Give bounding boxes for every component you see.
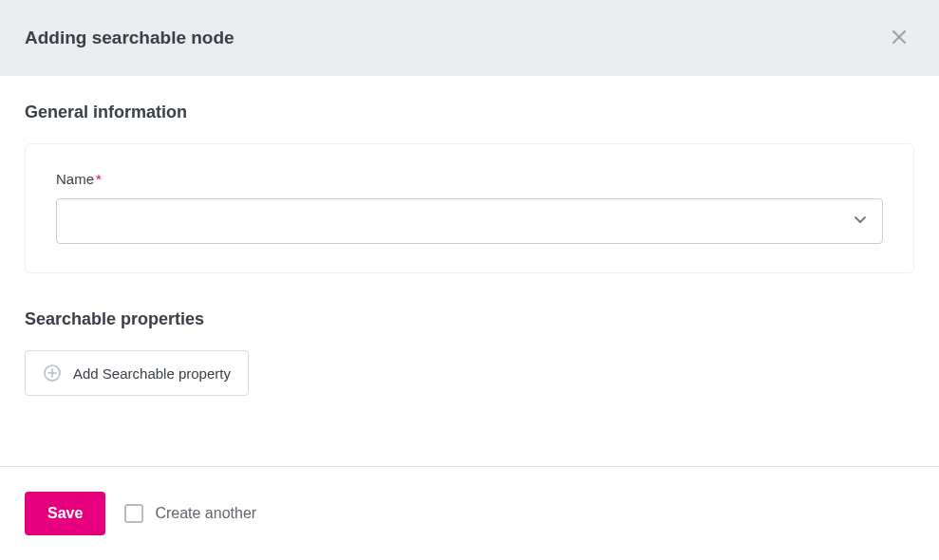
dialog-header: Adding searchable node: [0, 0, 939, 76]
create-another-label: Create another: [155, 505, 256, 522]
required-asterisk: *: [96, 171, 102, 187]
section-title-general: General information: [25, 103, 914, 122]
save-button[interactable]: Save: [25, 492, 105, 535]
name-field-label: Name*: [56, 171, 883, 187]
plus-circle-icon: [43, 364, 62, 383]
name-select-wrapper: [56, 198, 883, 244]
add-searchable-property-button[interactable]: Add Searchable property: [25, 350, 249, 396]
name-select[interactable]: [56, 198, 883, 244]
name-label-text: Name: [56, 171, 94, 187]
close-button[interactable]: [884, 24, 914, 52]
general-info-card: Name*: [25, 143, 914, 273]
close-icon: [892, 29, 907, 45]
dialog-content: General information Name* Searchable pro…: [0, 76, 939, 396]
create-another-checkbox[interactable]: [124, 504, 143, 523]
section-title-searchable: Searchable properties: [25, 309, 914, 329]
dialog-title: Adding searchable node: [25, 28, 235, 48]
add-button-label: Add Searchable property: [73, 365, 231, 382]
dialog-footer: Save Create another: [0, 466, 939, 560]
create-another-checkbox-wrap[interactable]: Create another: [124, 504, 256, 523]
